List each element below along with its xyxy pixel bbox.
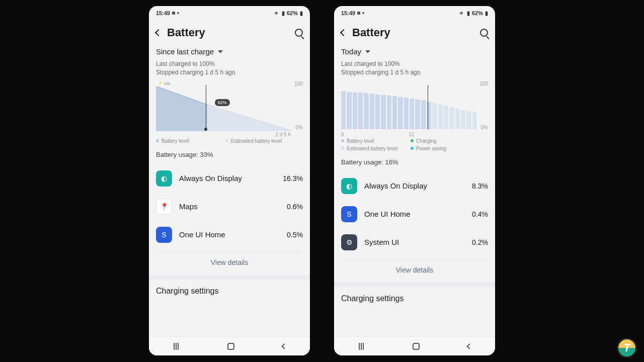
bar: [421, 100, 426, 129]
chart-legend: Battery levelEstimated battery level: [156, 138, 303, 144]
bar: [444, 106, 448, 129]
now-marker: [428, 85, 428, 129]
app-name: Maps: [179, 202, 280, 211]
bar: [364, 93, 368, 129]
legend-item: Battery level: [156, 138, 216, 144]
status-time: 15:49: [341, 10, 355, 16]
legend-dot-icon: [411, 147, 414, 150]
chevron-down-icon: [218, 50, 223, 53]
legend-item: Battery level: [341, 138, 401, 144]
bar: [398, 97, 403, 129]
wifi-icon: ᯤ: [274, 10, 280, 16]
search-button[interactable]: [295, 29, 303, 37]
charging-settings-row[interactable]: Charging settings: [156, 280, 303, 303]
view-details-button[interactable]: View details: [156, 252, 303, 275]
phone-left: 15:49 ᯤ ▮ 62% ▮ Battery Since last charg…: [149, 6, 310, 355]
dropdown-label: Since last charge: [156, 47, 214, 56]
wifi-icon: ᯤ: [459, 10, 465, 16]
app-percentage: 16.3%: [283, 174, 303, 183]
bar: [375, 95, 380, 129]
app-percentage: 0.4%: [472, 210, 488, 218]
y-axis-top: 100: [294, 81, 303, 86]
bar: [432, 103, 437, 129]
back-button[interactable]: [155, 29, 162, 36]
dropdown-label: Today: [341, 47, 361, 56]
app-percentage: 8.3%: [472, 182, 488, 190]
app-percentage: 0.2%: [472, 238, 488, 246]
app-icon: S: [341, 206, 357, 222]
charge-info: Last charged to 100% Stopped charging 1 …: [341, 60, 488, 77]
app-usage-row[interactable]: ⚙System UI0.2%: [341, 228, 488, 256]
view-details-button[interactable]: View details: [341, 259, 488, 282]
legend-item: Charging: [411, 138, 471, 144]
nav-bar: [149, 336, 310, 355]
battery-chart[interactable]: 100 0% 0 12: [341, 81, 488, 136]
app-usage-row[interactable]: SOne UI Home0.4%: [341, 200, 488, 228]
app-icon: ◐: [341, 178, 357, 194]
app-usage-row[interactable]: ◐Always On Display8.3%: [341, 172, 488, 200]
chevron-down-icon: [365, 50, 370, 53]
legend-label: Battery level: [347, 138, 374, 144]
app-icon: S: [156, 227, 172, 243]
signal-icon: ▮: [467, 10, 470, 17]
legend-dot-icon: [341, 139, 344, 142]
app-name: One UI Home: [179, 230, 280, 239]
x-axis-end: 2 d 5 h: [275, 132, 291, 137]
time-range-dropdown[interactable]: Today: [341, 47, 488, 56]
app-usage-row[interactable]: ◐Always On Display16.3%: [156, 164, 303, 193]
bar: [358, 93, 363, 129]
legend-dot-icon: [225, 139, 228, 142]
nav-home-button[interactable]: [227, 343, 234, 350]
bar: [472, 112, 477, 129]
bar: [370, 94, 374, 129]
notif-icon: [357, 12, 360, 15]
legend-label: Estimated battery level: [347, 146, 397, 151]
app-percentage: 0.6%: [287, 203, 303, 211]
nav-recent-button[interactable]: [176, 343, 177, 350]
nav-bar: [334, 336, 495, 355]
bar: [387, 96, 391, 129]
legend-label: Charging: [416, 138, 437, 144]
section-divider: [149, 275, 310, 280]
bar: [404, 98, 409, 129]
bar: [392, 96, 397, 129]
status-battery-pct: 62%: [472, 10, 483, 16]
legend-dot-icon: [341, 147, 344, 150]
header: Battery: [149, 20, 310, 47]
page-title: Battery: [352, 26, 474, 39]
bar: [410, 99, 414, 129]
x-axis-0: 0: [341, 132, 344, 137]
nav-recent-button[interactable]: [361, 343, 362, 350]
legend-item: Estimated battery level: [225, 138, 286, 144]
current-level-bubble: 62%: [215, 99, 230, 106]
battery-chart[interactable]: ⚡ 100 62% 100 0% 2 d 5 h: [156, 81, 303, 136]
time-range-dropdown[interactable]: Since last charge: [156, 47, 303, 56]
y-axis-bot: 0%: [296, 125, 303, 130]
charge-info: Last charged to 100% Stopped charging 1 …: [156, 60, 303, 77]
nav-home-button[interactable]: [413, 343, 420, 350]
back-button[interactable]: [340, 29, 347, 36]
page-title: Battery: [167, 26, 289, 39]
notif-icon: [172, 12, 175, 15]
search-button[interactable]: [480, 29, 488, 37]
watermark-logo: T: [617, 338, 637, 358]
charging-settings-row[interactable]: Charging settings: [341, 287, 488, 310]
bar: [415, 100, 420, 129]
y-axis-top: 100: [479, 81, 488, 86]
bar: [455, 109, 460, 129]
legend-item: Power saving: [411, 146, 471, 151]
header: Battery: [334, 20, 495, 47]
app-name: Always On Display: [364, 182, 465, 190]
notif-icon-2: [177, 12, 179, 14]
app-usage-row[interactable]: SOne UI Home0.5%: [156, 221, 303, 249]
app-name: One UI Home: [364, 210, 465, 218]
nav-back-button[interactable]: [466, 343, 472, 349]
nav-back-button[interactable]: [281, 343, 287, 349]
bar: [449, 107, 454, 129]
bar: [347, 92, 351, 129]
usage-title: Battery usage: 16%: [341, 158, 488, 166]
x-axis-12: 12: [409, 132, 414, 137]
bar: [341, 91, 346, 129]
app-usage-row[interactable]: 📍Maps0.6%: [156, 193, 303, 221]
bar: [461, 110, 465, 129]
